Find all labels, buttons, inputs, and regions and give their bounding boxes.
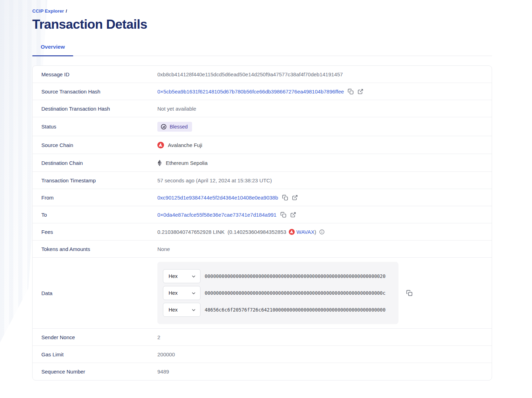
data-format-select[interactable]: Hex [163,269,200,283]
data-hex-line: 0000000000000000000000000000000000000000… [205,291,386,296]
row-tokens-and-amounts: Tokens and Amounts None [33,240,492,258]
row-data: Data Hex 0000000000000000000000000000000… [33,258,492,329]
sequence-number-value: 9489 [157,369,169,375]
fees-native-amount: (0.140253604984352853 [227,229,286,235]
row-destination-transaction-hash: Destination Transaction Hash Not yet ava… [33,100,492,117]
copy-icon[interactable] [348,89,354,95]
source-tx-hash-link[interactable]: 0×5cb5ea9b1631f62148105d67b780b56fce66db… [157,89,344,95]
row-sender-nonce: Sender Nonce 2 [33,329,492,346]
fees-link-amount: 0.21038040747652928 LINK [157,229,225,235]
row-label: From [41,195,157,201]
external-link-icon[interactable] [292,195,298,201]
chevron-down-icon [191,274,196,279]
row-message-id: Message ID 0xb8cb414128f440e115dcd5d6ead… [33,66,492,83]
row-label: Status [41,124,157,130]
copy-icon[interactable] [280,212,286,218]
data-line: Hex 000000000000000000000000000000000000… [163,286,393,300]
row-source-chain: Source Chain Avalanche Fuji [33,136,492,154]
data-format-select[interactable]: Hex [163,303,200,317]
external-link-icon[interactable] [290,212,296,218]
row-label: Sender Nonce [41,334,157,340]
tab-bar: Overview [32,44,492,56]
row-destination-chain: Destination Chain Ethereum Sepolia [33,154,492,172]
info-icon[interactable] [319,229,325,235]
data-line: Hex 48656c6c6f20576f726c6421000000000000… [163,303,393,317]
data-hex-line: 48656c6c6f20576f726c64210000000000000000… [205,307,386,313]
status-badge: Blessed [157,122,192,132]
row-label: Source Chain [41,142,157,148]
source-chain-name: Avalanche Fuji [168,142,202,148]
chevron-down-icon [191,308,196,312]
data-format-selected: Hex [169,307,178,313]
gas-limit-value: 200000 [157,351,175,357]
tokens-and-amounts-value: None [157,246,170,252]
data-format-selected: Hex [169,273,178,279]
transaction-details-table: Message ID 0xb8cb414128f440e115dcd5d6ead… [32,65,492,380]
breadcrumb-link-ccip-explorer[interactable]: CCIP Explorer [32,8,64,14]
status-badge-label: Blessed [170,124,188,130]
row-label: Sequence Number [41,369,157,375]
tab-overview[interactable]: Overview [32,44,73,56]
transaction-timestamp-value: 57 seconds ago (April 12, 2024 at 15:38:… [157,177,272,183]
row-label: To [41,212,157,218]
copy-icon[interactable] [406,290,412,296]
row-label: Fees [41,229,157,235]
message-id-value: 0xb8cb414128f440e115dcd5d6ead50e14d250f9… [157,71,343,77]
row-to: To 0×0da4e87acfce55f58e36e7cae73741e7d18… [33,206,492,223]
row-gas-limit: Gas Limit 200000 [33,346,492,363]
row-label: Gas Limit [41,351,157,357]
avalanche-fuji-icon [157,142,164,148]
row-source-transaction-hash: Source Transaction Hash 0×5cb5ea9b1631f6… [33,83,492,100]
external-link-icon[interactable] [357,89,363,95]
row-sequence-number: Sequence Number 9489 [33,363,492,380]
destination-chain-name: Ethereum Sepolia [166,160,207,166]
row-label: Message ID [41,71,157,77]
row-label: Destination Chain [41,160,157,166]
fees-close-paren: ) [314,229,316,235]
to-address-link[interactable]: 0×0da4e87acfce55f58e36e7cae73741e7d184a9… [157,212,277,218]
page-title: Transaction Details [32,17,492,32]
row-label: Source Transaction Hash [41,89,157,95]
data-hex-line: 0000000000000000000000000000000000000000… [205,274,386,279]
status-blessed-icon [161,124,167,130]
data-format-selected: Hex [169,290,178,296]
row-label: Transaction Timestamp [41,177,157,183]
ethereum-sepolia-icon [157,160,162,166]
row-label: Data [41,290,157,296]
row-label: Tokens and Amounts [41,246,157,252]
row-fees: Fees 0.21038040747652928 LINK (0.1402536… [33,223,492,240]
from-address-link[interactable]: 0xc90125d1e9384744e5f2d4364e10408e0ea903… [157,195,278,201]
data-format-select[interactable]: Hex [163,286,200,300]
breadcrumb-separator: / [66,8,67,14]
data-line: Hex 000000000000000000000000000000000000… [163,269,393,283]
destination-tx-hash-value: Not yet available [157,106,196,112]
wavax-token-link[interactable]: WAVAX [296,229,314,235]
breadcrumb: CCIP Explorer/ [32,0,492,14]
row-status: Status Blessed [33,117,492,136]
row-transaction-timestamp: Transaction Timestamp 57 seconds ago (Ap… [33,172,492,189]
wavax-avalanche-icon [289,229,295,235]
transaction-details-page: CCIP Explorer/ Transaction Details Overv… [32,0,492,380]
chevron-down-icon [191,291,196,295]
row-from: From 0xc90125d1e9384744e5f2d4364e10408e0… [33,189,492,206]
sender-nonce-value: 2 [157,334,160,340]
row-label: Destination Transaction Hash [41,106,157,112]
data-hex-box: Hex 000000000000000000000000000000000000… [157,262,398,324]
copy-icon[interactable] [282,195,288,201]
